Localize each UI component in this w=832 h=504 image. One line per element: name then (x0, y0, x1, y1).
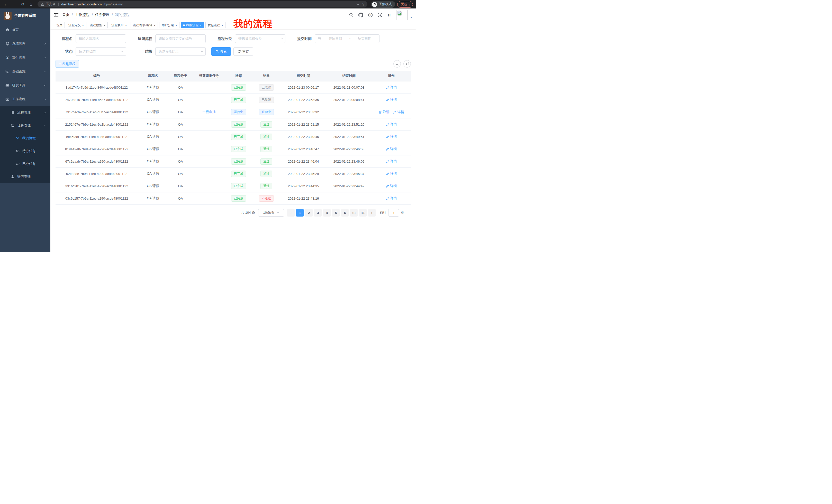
sidebar-item-infrastructure[interactable]: 基础设施 (0, 64, 50, 78)
cancel-link[interactable]: 取消 (379, 110, 390, 114)
tab-my-process[interactable]: 我的流程× (181, 22, 204, 28)
update-button[interactable]: 更新 (397, 1, 413, 8)
tab-start-process[interactable]: 发起流程× (205, 22, 226, 28)
avatar-caret-icon[interactable]: ▾ (410, 16, 412, 19)
page-button-6[interactable]: 6 (341, 209, 349, 217)
tab-user-group[interactable]: 用户分组× (159, 22, 179, 28)
close-icon[interactable]: × (222, 24, 224, 27)
start-date-placeholder[interactable]: 开始日期 (323, 36, 347, 41)
refresh-button[interactable] (404, 60, 411, 67)
sidebar-item-task-mgmt[interactable]: 任务管理 (0, 119, 50, 132)
sidebar-item-todo-task[interactable]: 待办任务 (0, 145, 50, 158)
cell-category: OA (168, 93, 193, 106)
process-name-input[interactable] (76, 34, 126, 43)
forward-icon[interactable]: → (11, 1, 18, 7)
bookmark-star-icon[interactable]: ☆ (361, 2, 364, 6)
tab-process-form[interactable]: 流程表单× (109, 22, 129, 28)
more-pages-button[interactable]: ••• (350, 209, 358, 217)
close-icon[interactable]: × (82, 24, 84, 27)
breadcrumb-item[interactable]: 工作流程 (75, 12, 89, 17)
close-icon[interactable]: × (175, 24, 177, 27)
cell-actions: 详情 (372, 93, 411, 106)
detail-link[interactable]: 详情 (386, 134, 397, 139)
breadcrumb-item: 我的流程 (115, 12, 130, 17)
pen-icon (386, 160, 389, 163)
page-button-3[interactable]: 3 (314, 209, 322, 217)
tab-process-form-edit[interactable]: 流程表单-编辑× (131, 22, 158, 28)
detail-link[interactable]: 详情 (386, 85, 397, 90)
close-icon[interactable]: × (104, 24, 106, 27)
cell-result: 通过 (252, 143, 281, 155)
breadcrumb-item[interactable]: 任务管理 (95, 12, 109, 17)
filter-name-label: 流程名 (55, 36, 73, 41)
security-label[interactable]: 不安全 (46, 2, 55, 6)
sidebar-item-process-mgmt[interactable]: 流程管理 (0, 106, 50, 119)
task-link[interactable]: 一级审批 (202, 110, 216, 114)
sidebar-item-leave-query[interactable]: 请假查询 (0, 170, 50, 183)
page-size-select[interactable]: 10条/页 (258, 209, 284, 217)
github-icon[interactable] (358, 12, 363, 18)
category-select[interactable] (235, 34, 285, 43)
process-definition-input[interactable] (155, 34, 206, 43)
back-icon[interactable]: ← (3, 1, 9, 7)
tab-home[interactable]: 首页 (54, 22, 65, 28)
end-date-placeholder[interactable]: 结束日期 (353, 36, 377, 41)
page-button-11[interactable]: 11 (359, 209, 367, 217)
result-select[interactable] (155, 47, 206, 56)
sidebar-item-workflow[interactable]: 工作流程 (0, 92, 50, 106)
tab-process-definition[interactable]: 流程定义× (66, 22, 86, 28)
detail-link[interactable]: 详情 (386, 122, 397, 127)
browser-toolbar: ← → ↻ ⌂ 不安全 dashboard.yudao.iocoder.cn /… (0, 0, 416, 8)
sidebar-item-system[interactable]: 系统管理 (0, 37, 50, 51)
sidebar-item-payment[interactable]: ¥支付管理 (0, 51, 50, 64)
breadcrumb-separator: / (72, 13, 73, 17)
url-path[interactable]: /bpm/task/my (104, 3, 123, 6)
page-button-4[interactable]: 4 (323, 209, 331, 217)
close-icon[interactable]: × (154, 24, 156, 27)
sidebar-item-my-process[interactable]: 我的流程 (0, 132, 50, 145)
prev-page-button[interactable]: ‹ (287, 209, 295, 217)
sidebar-item-home[interactable]: 首页 (0, 23, 50, 37)
cell-process-id: 819442e8-7b9a-11ec-a290-acde48001122 (55, 143, 138, 155)
search-icon[interactable] (349, 12, 354, 18)
next-page-button[interactable]: › (368, 209, 375, 217)
detail-link[interactable]: 详情 (386, 159, 397, 164)
url-host[interactable]: dashboard.yudao.iocoder.cn (61, 3, 102, 6)
reload-icon[interactable]: ↻ (20, 1, 26, 7)
sidebar-item-done-task[interactable]: 已办任务 (0, 158, 50, 170)
detail-link[interactable]: 详情 (386, 196, 397, 201)
tab-process-model[interactable]: 流程模型× (88, 22, 108, 28)
address-bar[interactable]: 不安全 dashboard.yudao.iocoder.cn /bpm/task… (37, 1, 367, 7)
home-icon[interactable]: ⌂ (28, 1, 34, 7)
app-logo[interactable]: 芋道管理系统 (0, 8, 50, 23)
search-button[interactable]: 搜索 (211, 47, 231, 56)
cell-end-time: 2022-01-22 23:44:42 (326, 180, 372, 192)
detail-link[interactable]: 详情 (386, 147, 397, 151)
close-icon[interactable]: × (125, 24, 127, 27)
page-button-1[interactable]: 1 (296, 209, 304, 217)
fullscreen-icon[interactable] (377, 12, 382, 18)
start-process-button[interactable]: + 发起流程 (55, 60, 79, 67)
font-size-icon[interactable]: tT (387, 12, 392, 18)
reset-button[interactable]: 重置 (233, 47, 253, 56)
search-toggle-button[interactable] (393, 60, 401, 67)
sidebar-item-dev-tools[interactable]: 研发工具 (0, 78, 50, 92)
detail-link[interactable]: 详情 (386, 184, 397, 188)
detail-link[interactable]: 详情 (386, 171, 397, 176)
goto-page-input[interactable] (388, 209, 399, 217)
close-icon[interactable]: × (200, 24, 202, 27)
submit-time-range-picker[interactable]: 开始日期 - 结束日期 (315, 34, 380, 43)
cell-actions: 详情 (372, 192, 411, 204)
browser-menu-icon[interactable] (410, 3, 410, 6)
sidebar-toggle-icon[interactable] (54, 13, 59, 17)
detail-link[interactable]: 详情 (386, 97, 397, 102)
status-select[interactable] (76, 47, 126, 56)
page-button-5[interactable]: 5 (332, 209, 340, 217)
user-avatar[interactable] (396, 10, 408, 20)
breadcrumb-item[interactable]: 首页 (62, 12, 70, 17)
detail-link[interactable]: 详情 (393, 110, 404, 114)
cell-end-time: 2022-01-22 23:49:51 (326, 131, 372, 143)
page-button-2[interactable]: 2 (305, 209, 313, 217)
key-icon[interactable] (356, 3, 359, 6)
help-icon[interactable]: ? (368, 12, 373, 18)
